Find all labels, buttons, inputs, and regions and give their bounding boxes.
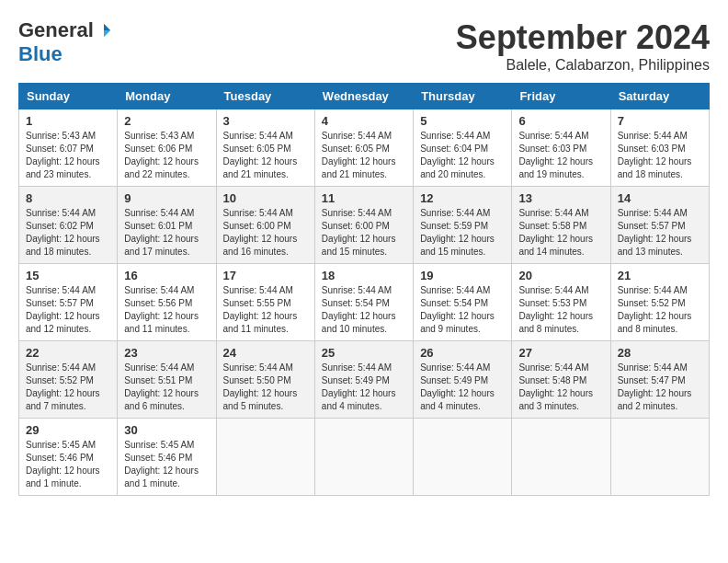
table-row <box>512 419 610 496</box>
day-number: 5 <box>420 114 505 128</box>
day-number: 22 <box>26 346 110 360</box>
day-number: 27 <box>518 346 603 360</box>
title-section: September 2024 Balele, Calabarzon, Phili… <box>456 18 710 74</box>
table-row: 28 Sunrise: 5:44 AMSunset: 5:47 PMDaylig… <box>610 341 709 419</box>
header-saturday: Saturday <box>610 84 709 109</box>
table-row: 7 Sunrise: 5:44 AMSunset: 6:03 PMDayligh… <box>610 109 709 187</box>
svg-marker-0 <box>104 24 110 30</box>
day-info: Sunrise: 5:44 AMSunset: 5:51 PMDaylight:… <box>124 362 199 411</box>
logo-blue-text: Blue <box>18 42 63 66</box>
header-wednesday: Wednesday <box>314 84 413 109</box>
day-info: Sunrise: 5:44 AMSunset: 6:04 PMDaylight:… <box>420 131 495 179</box>
table-row: 20 Sunrise: 5:44 AMSunset: 5:53 PMDaylig… <box>512 264 610 341</box>
table-row: 16 Sunrise: 5:44 AMSunset: 5:56 PMDaylig… <box>118 264 216 341</box>
table-row <box>216 419 314 496</box>
month-title: September 2024 <box>456 18 710 57</box>
day-number: 28 <box>618 346 702 360</box>
day-number: 17 <box>223 269 308 282</box>
table-row: 2 Sunrise: 5:43 AMSunset: 6:06 PMDayligh… <box>118 109 216 187</box>
day-info: Sunrise: 5:44 AMSunset: 6:00 PMDaylight:… <box>322 208 396 257</box>
day-info: Sunrise: 5:43 AMSunset: 6:06 PMDaylight:… <box>124 131 199 179</box>
header-thursday: Thursday <box>414 84 512 109</box>
day-number: 24 <box>223 346 308 360</box>
table-row: 24 Sunrise: 5:44 AMSunset: 5:50 PMDaylig… <box>216 341 314 419</box>
day-number: 16 <box>124 269 209 282</box>
day-info: Sunrise: 5:44 AMSunset: 5:47 PMDaylight:… <box>618 362 692 411</box>
table-row: 29 Sunrise: 5:45 AMSunset: 5:46 PMDaylig… <box>19 419 118 496</box>
table-row <box>414 419 512 496</box>
table-row: 15 Sunrise: 5:44 AMSunset: 5:57 PMDaylig… <box>19 264 118 341</box>
day-info: Sunrise: 5:44 AMSunset: 5:52 PMDaylight:… <box>618 285 692 334</box>
day-number: 19 <box>420 269 505 282</box>
day-info: Sunrise: 5:44 AMSunset: 6:00 PMDaylight:… <box>223 208 298 257</box>
day-number: 12 <box>420 191 505 205</box>
table-row: 17 Sunrise: 5:44 AMSunset: 5:55 PMDaylig… <box>216 264 314 341</box>
logo: General Blue <box>18 18 112 66</box>
day-info: Sunrise: 5:44 AMSunset: 5:52 PMDaylight:… <box>26 362 100 411</box>
day-number: 30 <box>124 423 209 437</box>
table-row: 19 Sunrise: 5:44 AMSunset: 5:54 PMDaylig… <box>414 264 512 341</box>
day-number: 11 <box>322 191 406 205</box>
day-number: 21 <box>618 269 702 282</box>
day-number: 13 <box>518 191 603 205</box>
day-info: Sunrise: 5:44 AMSunset: 5:50 PMDaylight:… <box>223 362 298 411</box>
table-row: 21 Sunrise: 5:44 AMSunset: 5:52 PMDaylig… <box>610 264 709 341</box>
table-row: 14 Sunrise: 5:44 AMSunset: 5:57 PMDaylig… <box>610 187 709 264</box>
day-number: 3 <box>223 114 308 128</box>
day-number: 23 <box>124 346 209 360</box>
day-number: 25 <box>322 346 406 360</box>
header-monday: Monday <box>118 84 216 109</box>
header-tuesday: Tuesday <box>216 84 314 109</box>
header-sunday: Sunday <box>19 84 118 109</box>
calendar-header-row: Sunday Monday Tuesday Wednesday Thursday… <box>19 84 710 109</box>
table-row: 25 Sunrise: 5:44 AMSunset: 5:49 PMDaylig… <box>314 341 413 419</box>
day-info: Sunrise: 5:44 AMSunset: 5:54 PMDaylight:… <box>322 285 396 334</box>
table-row: 8 Sunrise: 5:44 AMSunset: 6:02 PMDayligh… <box>19 187 118 264</box>
day-number: 18 <box>322 269 406 282</box>
day-info: Sunrise: 5:44 AMSunset: 5:54 PMDaylight:… <box>420 285 495 334</box>
table-row: 30 Sunrise: 5:45 AMSunset: 5:46 PMDaylig… <box>118 419 216 496</box>
table-row: 10 Sunrise: 5:44 AMSunset: 6:00 PMDaylig… <box>216 187 314 264</box>
day-number: 1 <box>26 114 110 128</box>
location-text: Balele, Calabarzon, Philippines <box>456 57 710 74</box>
table-row <box>610 419 709 496</box>
table-row: 23 Sunrise: 5:44 AMSunset: 5:51 PMDaylig… <box>118 341 216 419</box>
day-number: 15 <box>26 269 110 282</box>
header-friday: Friday <box>512 84 610 109</box>
table-row: 11 Sunrise: 5:44 AMSunset: 6:00 PMDaylig… <box>314 187 413 264</box>
table-row: 27 Sunrise: 5:44 AMSunset: 5:48 PMDaylig… <box>512 341 610 419</box>
table-row: 18 Sunrise: 5:44 AMSunset: 5:54 PMDaylig… <box>314 264 413 341</box>
day-info: Sunrise: 5:44 AMSunset: 6:03 PMDaylight:… <box>518 131 593 179</box>
logo-general-text: General <box>18 18 94 42</box>
day-number: 29 <box>26 423 110 437</box>
table-row: 6 Sunrise: 5:44 AMSunset: 6:03 PMDayligh… <box>512 109 610 187</box>
table-row: 4 Sunrise: 5:44 AMSunset: 6:05 PMDayligh… <box>314 109 413 187</box>
logo-flag-icon <box>96 22 112 39</box>
day-number: 7 <box>618 114 702 128</box>
day-info: Sunrise: 5:44 AMSunset: 6:03 PMDaylight:… <box>618 131 692 179</box>
day-info: Sunrise: 5:44 AMSunset: 5:59 PMDaylight:… <box>420 208 495 257</box>
day-number: 2 <box>124 114 209 128</box>
day-info: Sunrise: 5:44 AMSunset: 5:48 PMDaylight:… <box>518 362 593 411</box>
table-row: 26 Sunrise: 5:44 AMSunset: 5:49 PMDaylig… <box>414 341 512 419</box>
table-row: 5 Sunrise: 5:44 AMSunset: 6:04 PMDayligh… <box>414 109 512 187</box>
day-info: Sunrise: 5:44 AMSunset: 5:56 PMDaylight:… <box>124 285 199 334</box>
day-info: Sunrise: 5:44 AMSunset: 6:05 PMDaylight:… <box>223 131 298 179</box>
day-info: Sunrise: 5:44 AMSunset: 5:57 PMDaylight:… <box>618 208 692 257</box>
day-info: Sunrise: 5:44 AMSunset: 5:57 PMDaylight:… <box>26 285 100 334</box>
day-number: 20 <box>518 269 603 282</box>
page-header: General Blue September 2024 Balele, Cala… <box>18 18 710 74</box>
calendar-table: Sunday Monday Tuesday Wednesday Thursday… <box>18 83 710 496</box>
svg-marker-1 <box>104 30 110 37</box>
day-number: 8 <box>26 191 110 205</box>
day-info: Sunrise: 5:44 AMSunset: 5:53 PMDaylight:… <box>518 285 593 334</box>
table-row <box>314 419 413 496</box>
table-row: 22 Sunrise: 5:44 AMSunset: 5:52 PMDaylig… <box>19 341 118 419</box>
day-info: Sunrise: 5:44 AMSunset: 5:49 PMDaylight:… <box>420 362 495 411</box>
day-number: 9 <box>124 191 209 205</box>
day-number: 14 <box>618 191 702 205</box>
day-number: 6 <box>518 114 603 128</box>
day-info: Sunrise: 5:44 AMSunset: 6:01 PMDaylight:… <box>124 208 199 257</box>
day-number: 4 <box>322 114 406 128</box>
day-info: Sunrise: 5:43 AMSunset: 6:07 PMDaylight:… <box>26 131 100 179</box>
